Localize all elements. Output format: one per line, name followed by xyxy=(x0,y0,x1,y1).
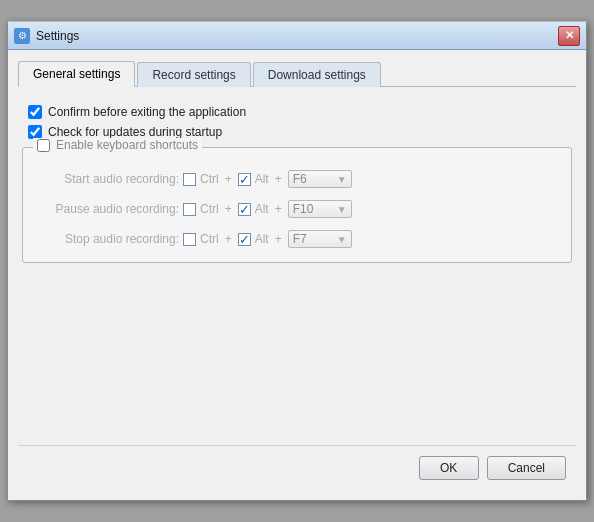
settings-window: ⚙ Settings ✕ General settings Record set… xyxy=(7,21,587,501)
keyboard-shortcuts-group: Enable keyboard shortcuts Start audio re… xyxy=(22,147,572,263)
close-button[interactable]: ✕ xyxy=(558,26,580,46)
tab-download[interactable]: Download settings xyxy=(253,62,381,87)
start-recording-label: Start audio recording: xyxy=(39,172,179,186)
footer: OK Cancel xyxy=(18,445,576,490)
stop-ctrl-checkbox[interactable] xyxy=(183,233,196,246)
pause-key-value: F10 xyxy=(293,202,314,216)
title-bar: ⚙ Settings ✕ xyxy=(8,22,586,50)
start-key-dropdown[interactable]: F6 ▼ xyxy=(288,170,352,188)
stop-recording-row: Stop audio recording: Ctrl + ✓ Alt + F7 … xyxy=(39,230,555,248)
title-bar-content: ⚙ Settings xyxy=(14,28,79,44)
pause-recording-label: Pause audio recording: xyxy=(39,202,179,216)
window-title: Settings xyxy=(36,29,79,43)
stop-key-arrow: ▼ xyxy=(337,234,347,245)
start-alt-checkbox[interactable]: ✓ xyxy=(238,173,251,186)
stop-alt-label: Alt xyxy=(255,232,269,246)
pause-ctrl-checkbox[interactable] xyxy=(183,203,196,216)
pause-alt-label: Alt xyxy=(255,202,269,216)
stop-alt-checkbox[interactable]: ✓ xyxy=(238,233,251,246)
tab-record[interactable]: Record settings xyxy=(137,62,250,87)
window-icon: ⚙ xyxy=(14,28,30,44)
pause-ctrl-label: Ctrl xyxy=(200,202,219,216)
stop-ctrl-label: Ctrl xyxy=(200,232,219,246)
content-spacer xyxy=(22,263,572,433)
window-body: General settings Record settings Downloa… xyxy=(8,50,586,500)
cancel-button[interactable]: Cancel xyxy=(487,456,566,480)
pause-alt-checkbox[interactable]: ✓ xyxy=(238,203,251,216)
pause-key-dropdown[interactable]: F10 ▼ xyxy=(288,200,352,218)
check-updates-row: Check for updates during startup xyxy=(22,125,572,139)
confirm-exit-row: Confirm before exiting the application xyxy=(22,105,572,119)
check-updates-label: Check for updates during startup xyxy=(48,125,222,139)
confirm-exit-checkbox[interactable] xyxy=(28,105,42,119)
group-legend: Enable keyboard shortcuts xyxy=(33,138,202,152)
confirm-exit-label: Confirm before exiting the application xyxy=(48,105,246,119)
start-recording-row: Start audio recording: Ctrl + ✓ Alt + F6… xyxy=(39,170,555,188)
pause-key-arrow: ▼ xyxy=(337,204,347,215)
tab-bar: General settings Record settings Downloa… xyxy=(18,60,576,87)
keyboard-shortcuts-label: Enable keyboard shortcuts xyxy=(56,138,198,152)
pause-recording-row: Pause audio recording: Ctrl + ✓ Alt + F1… xyxy=(39,200,555,218)
stop-recording-label: Stop audio recording: xyxy=(39,232,179,246)
start-key-arrow: ▼ xyxy=(337,174,347,185)
stop-key-value: F7 xyxy=(293,232,307,246)
start-ctrl-label: Ctrl xyxy=(200,172,219,186)
stop-key-dropdown[interactable]: F7 ▼ xyxy=(288,230,352,248)
keyboard-shortcuts-checkbox[interactable] xyxy=(37,139,50,152)
tab-general[interactable]: General settings xyxy=(18,61,135,87)
check-updates-checkbox[interactable] xyxy=(28,125,42,139)
start-key-value: F6 xyxy=(293,172,307,186)
start-ctrl-checkbox[interactable] xyxy=(183,173,196,186)
ok-button[interactable]: OK xyxy=(419,456,479,480)
tab-content: Confirm before exiting the application C… xyxy=(18,97,576,441)
start-alt-label: Alt xyxy=(255,172,269,186)
